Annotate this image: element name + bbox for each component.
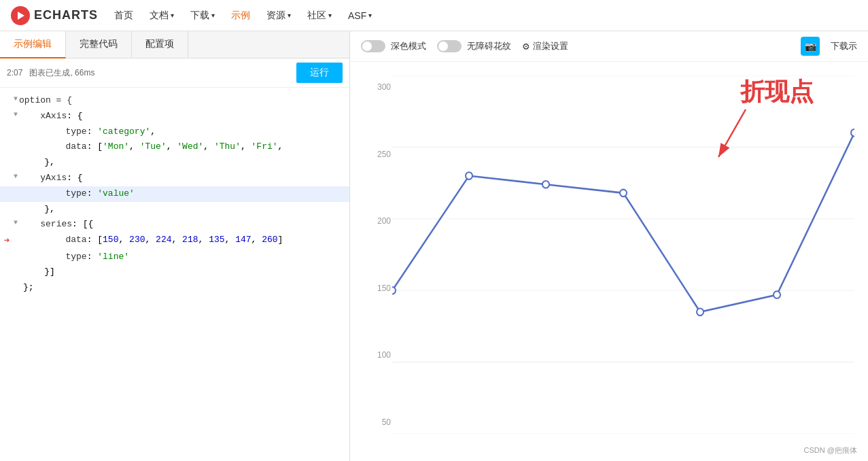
fold-8 (14, 203, 22, 214)
code-text-2: xAxis: { (19, 109, 83, 124)
accessible-group: 无障碍花纹 (437, 40, 511, 52)
fold-7 (14, 187, 22, 198)
nav-asf[interactable]: ASF (348, 10, 372, 21)
line-arrow-10: ➜ (0, 233, 14, 248)
code-line-10: ➜ data: [150, 230, 224, 218, 135, 147, 2… (0, 233, 349, 249)
top-navigation: ECHARTS 首页 文档 下载 示例 资源 社区 ASF (0, 0, 868, 31)
main-layout: 示例编辑 完整代码 配置项 2:07 图表已生成, 66ms 运行 ▼ opti… (0, 31, 868, 461)
code-text-1: option = { (19, 94, 72, 108)
fold-6[interactable]: ▼ (14, 171, 18, 182)
status-text: 图表已生成, 66ms (29, 68, 94, 78)
code-line-5: }, (0, 155, 349, 171)
nav-community[interactable]: 社区 (307, 10, 332, 22)
tab-config[interactable]: 配置项 (132, 31, 188, 58)
tab-example-edit[interactable]: 示例编辑 (0, 31, 66, 58)
editor-tabs: 示例编辑 完整代码 配置项 (0, 31, 349, 58)
y-label-300: 300 (377, 82, 391, 92)
fold-5 (14, 156, 22, 167)
nav-download[interactable]: 下载 (190, 10, 215, 22)
accessible-label: 无障碍花纹 (467, 40, 511, 52)
accessible-toggle[interactable] (437, 40, 462, 52)
code-text-8: }, (23, 203, 55, 217)
fold-13 (14, 281, 22, 292)
code-line-12: }] (0, 264, 349, 280)
annotation-arrow (705, 103, 814, 171)
dark-mode-toggle[interactable] (361, 40, 385, 52)
y-label-100: 100 (377, 350, 391, 360)
code-line-13: }; (0, 280, 349, 296)
code-text-13: }; (23, 281, 34, 295)
fold-9[interactable]: ▼ (14, 218, 18, 228)
chart-toolbar: 深色模式 无障碍花纹 ⚙ 渲染设置 📷 下载示 (350, 31, 868, 62)
dark-mode-label: 深色模式 (391, 40, 426, 52)
point-2 (542, 181, 549, 188)
render-settings-label: 渲染设置 (533, 40, 568, 52)
code-line-3: type: 'category', (0, 124, 349, 140)
point-1 (466, 172, 472, 180)
code-text-7: type: 'value' (23, 187, 135, 201)
code-text-11: type: 'line' (23, 250, 129, 264)
chart-area: 折现点 300 250 200 150 100 50 (350, 62, 868, 461)
fold-3 (14, 125, 22, 136)
code-text-6: yAxis: { (19, 171, 83, 186)
toggle-knob-2 (438, 41, 448, 51)
code-line-1: ▼ option = { (0, 93, 349, 109)
code-line-2: ▼ xAxis: { (0, 109, 349, 124)
code-text-9: series: [{ (19, 218, 93, 232)
nav-home[interactable]: 首页 (114, 10, 133, 22)
fold-10 (14, 233, 22, 244)
left-panel: 示例编辑 完整代码 配置项 2:07 图表已生成, 66ms 运行 ▼ opti… (0, 31, 350, 461)
y-label-250: 250 (377, 150, 391, 159)
toggle-knob (362, 41, 372, 51)
code-text-10: data: [150, 230, 224, 218, 135, 147, 260… (23, 233, 283, 247)
nav-docs[interactable]: 文档 (150, 10, 174, 22)
code-editor[interactable]: ▼ option = { ▼ xAxis: { type: 'category'… (0, 88, 349, 461)
y-label-200: 200 (377, 216, 391, 226)
code-text-4: data: ['Mon', 'Tue', 'Wed', 'Thu', 'Fri'… (23, 140, 283, 154)
screenshot-button[interactable]: 📷 (801, 37, 820, 56)
logo-text: ECHARTS (34, 8, 98, 22)
y-label-50: 50 (382, 417, 391, 427)
point-5 (774, 291, 780, 298)
code-text-3: type: 'category', (23, 125, 156, 139)
tab-full-code[interactable]: 完整代码 (66, 31, 132, 58)
point-0 (392, 287, 396, 294)
fold-4 (14, 140, 22, 151)
code-text-12: }] (23, 265, 55, 279)
status-bar: 2:07 图表已生成, 66ms 运行 (0, 58, 349, 88)
y-label-150: 150 (377, 284, 391, 293)
status-message: 2:07 图表已生成, 66ms (7, 67, 94, 79)
camera-icon: 📷 (805, 41, 816, 52)
point-6 (851, 129, 854, 137)
run-button[interactable]: 运行 (296, 63, 343, 83)
status-time: 2:07 (7, 68, 22, 78)
gear-icon: ⚙ (522, 41, 530, 52)
logo[interactable]: ECHARTS (11, 6, 98, 25)
logo-icon (11, 6, 30, 25)
point-3 (620, 190, 627, 197)
code-line-7: type: 'value' (0, 186, 349, 202)
point-4 (697, 309, 704, 316)
code-line-9: ▼ series: [{ (0, 217, 349, 233)
fold-11 (14, 250, 22, 261)
dark-mode-group: 深色模式 (361, 40, 426, 52)
nav-examples[interactable]: 示例 (231, 10, 250, 22)
nav-resources[interactable]: 资源 (266, 10, 291, 22)
code-line-4: data: ['Mon', 'Tue', 'Wed', 'Thu', 'Fri'… (0, 139, 349, 155)
y-axis-labels: 300 250 200 150 100 50 (357, 75, 391, 434)
fold-12 (14, 265, 22, 276)
fold-2[interactable]: ▼ (14, 109, 18, 120)
code-line-8: }, (0, 202, 349, 218)
code-line-11: type: 'line' (0, 250, 349, 265)
code-text-5: }, (23, 156, 55, 170)
download-button[interactable]: 下载示 (831, 40, 857, 52)
render-settings-btn[interactable]: ⚙ 渲染设置 (522, 40, 568, 52)
watermark: CSDN @疤痕体 (804, 445, 857, 456)
right-panel: 深色模式 无障碍花纹 ⚙ 渲染设置 📷 下载示 折现点 (350, 31, 868, 461)
code-line-6: ▼ yAxis: { (0, 171, 349, 186)
svg-line-1 (718, 109, 746, 157)
fold-1[interactable]: ▼ (14, 94, 18, 105)
